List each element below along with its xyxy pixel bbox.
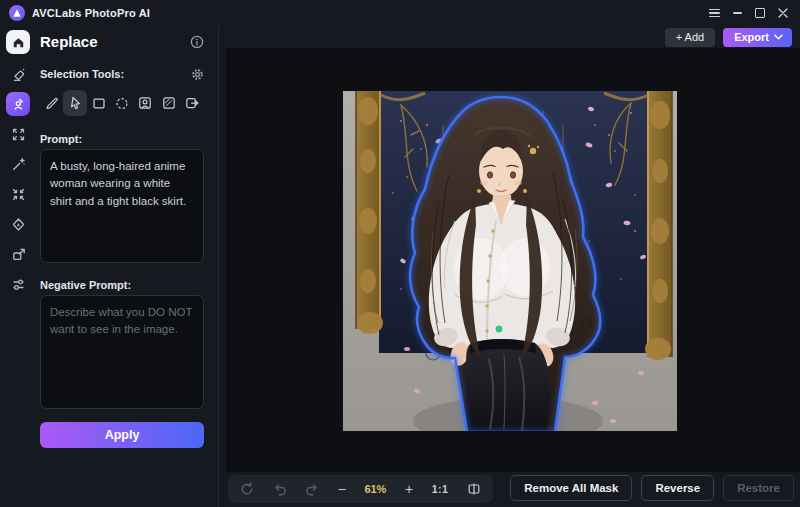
reverse-button[interactable]: Reverse — [641, 475, 714, 501]
minimize-icon[interactable] — [733, 12, 742, 14]
maximize-icon[interactable] — [755, 8, 765, 18]
gear-icon[interactable] — [191, 68, 204, 81]
negative-prompt-label: Negative Prompt: — [40, 279, 204, 291]
selection-tools-row — [40, 89, 204, 117]
mask-marker — [496, 326, 503, 333]
colorize-icon[interactable] — [6, 212, 30, 236]
app-logo-icon — [9, 5, 25, 21]
canvas-image[interactable] — [343, 91, 677, 431]
adjust-icon[interactable] — [6, 272, 30, 296]
page-title: Replace — [40, 33, 98, 50]
stage: + Add Export — [219, 26, 800, 507]
info-icon[interactable] — [190, 35, 204, 49]
apply-button[interactable]: Apply — [40, 422, 204, 448]
selection-tools-label: Selection Tools: — [40, 68, 124, 80]
menu-icon[interactable] — [709, 9, 720, 18]
prompt-input[interactable]: A busty, long-haired anime woman wearing… — [40, 149, 204, 263]
stage-header: + Add Export — [219, 26, 800, 48]
enhance-icon[interactable] — [6, 122, 30, 146]
remove-all-mask-button[interactable]: Remove All Mask — [510, 475, 632, 501]
rectangle-select-icon[interactable] — [87, 90, 110, 116]
tool-rail — [0, 26, 36, 507]
compare-icon[interactable] — [467, 482, 481, 496]
subject-select-icon[interactable] — [134, 90, 157, 116]
zoom-in-button[interactable]: + — [405, 482, 413, 496]
magic-wand-icon[interactable] — [6, 152, 30, 176]
zoom-level-value: 61% — [364, 483, 386, 495]
prompt-label: Prompt: — [40, 133, 204, 145]
canvas-toolbar: − 61% + 1:1 — [228, 475, 493, 503]
app-title: AVCLabs PhotoPro AI — [32, 7, 150, 19]
redo-icon[interactable] — [305, 482, 319, 496]
replace-icon[interactable] — [6, 92, 30, 116]
chevron-down-icon — [774, 34, 783, 40]
replace-panel: Replace Selection Tools: — [36, 26, 219, 507]
cleanup-icon[interactable] — [6, 62, 30, 86]
stage-footer: − 61% + 1:1 Remove All Mask Reverse Rest… — [219, 472, 800, 507]
app-window: AVCLabs PhotoPro AI — [0, 0, 800, 507]
pattern-mask-icon[interactable] — [157, 90, 180, 116]
export-button[interactable]: Export — [723, 28, 792, 47]
compress-icon[interactable] — [6, 182, 30, 206]
reset-icon[interactable] — [240, 482, 254, 496]
close-icon[interactable] — [778, 8, 788, 18]
undo-icon[interactable] — [273, 482, 287, 496]
resize-icon[interactable] — [6, 242, 30, 266]
move-selection-icon[interactable] — [181, 90, 204, 116]
export-button-label: Export — [734, 31, 769, 43]
home-icon[interactable] — [6, 30, 30, 54]
negative-prompt-input[interactable] — [40, 295, 204, 409]
titlebar: AVCLabs PhotoPro AI — [0, 0, 800, 26]
actual-size-button[interactable]: 1:1 — [432, 483, 449, 495]
restore-button[interactable]: Restore — [723, 475, 794, 501]
add-button[interactable]: + Add — [665, 28, 715, 47]
canvas[interactable] — [226, 48, 800, 472]
lasso-tool-icon[interactable] — [63, 90, 86, 116]
ellipse-select-icon[interactable] — [110, 90, 133, 116]
zoom-out-button[interactable]: − — [338, 482, 346, 496]
hair-ornament — [530, 148, 536, 154]
brush-tool-icon[interactable] — [40, 90, 63, 116]
